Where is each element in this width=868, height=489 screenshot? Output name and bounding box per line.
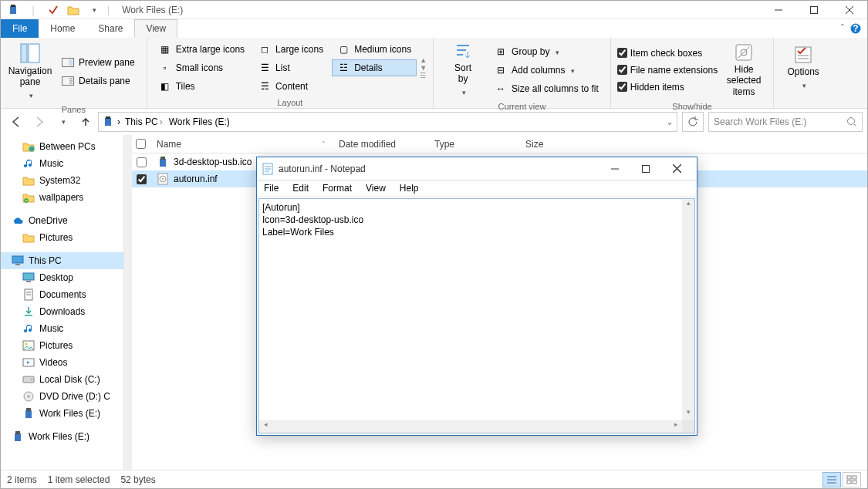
- header-date[interactable]: Date modified: [333, 139, 428, 150]
- notepad-minimize-button[interactable]: [599, 158, 630, 180]
- crumb-this-pc[interactable]: This PC›: [123, 116, 164, 127]
- maximize-button[interactable]: [796, 1, 832, 19]
- tree-item[interactable]: Documents: [1, 286, 123, 303]
- tree-item[interactable]: Music: [1, 155, 123, 172]
- header-type[interactable]: Type: [428, 139, 519, 150]
- group-by-button[interactable]: ⊞Group by: [489, 43, 604, 60]
- header-name[interactable]: Name˄: [150, 139, 333, 150]
- new-folder-icon[interactable]: [64, 2, 83, 19]
- row-checkbox[interactable]: [137, 157, 147, 167]
- back-button[interactable]: [5, 111, 27, 133]
- layout-extra-large[interactable]: ▦Extra large icons: [154, 41, 250, 58]
- onedrive-icon: [12, 214, 24, 227]
- tree-item[interactable]: Pictures: [1, 229, 123, 246]
- forward-button[interactable]: [29, 111, 50, 133]
- tree-item[interactable]: Local Disk (C:): [1, 371, 123, 388]
- svg-rect-42: [15, 433, 21, 441]
- notepad-text-area[interactable]: [Autorun] Icon=3d-desktop-usb.ico Label=…: [258, 198, 695, 433]
- item-check-boxes-toggle[interactable]: Item check boxes: [617, 46, 718, 61]
- recent-locations-button[interactable]: [52, 111, 73, 133]
- details-pane-button[interactable]: Details pane: [56, 73, 140, 89]
- layout-medium[interactable]: ▢Medium icons: [332, 41, 417, 58]
- folder-icon: [22, 174, 35, 187]
- tree-item[interactable]: Between PCs: [1, 138, 123, 155]
- crumb-work-files[interactable]: Work Files (E:): [167, 116, 231, 127]
- notepad-title-bar[interactable]: autorun.inf - Notepad: [257, 157, 697, 180]
- size-columns-button[interactable]: ↔Size all columns to fit: [489, 80, 604, 97]
- crumb-sep[interactable]: ›: [117, 116, 120, 127]
- usb-icon: [22, 407, 35, 420]
- options-button[interactable]: Options: [780, 43, 826, 92]
- tab-file[interactable]: File: [1, 19, 39, 38]
- tab-share[interactable]: Share: [86, 19, 134, 38]
- tree-item[interactable]: DVD Drive (D:) C: [1, 388, 123, 405]
- notepad-menu-help[interactable]: Help: [393, 183, 426, 194]
- collapse-ribbon-icon[interactable]: ˆ: [841, 23, 844, 34]
- address-dropdown-icon[interactable]: ⌄: [666, 116, 674, 127]
- hidden-items-toggle[interactable]: Hidden items: [617, 79, 718, 95]
- notepad-maximize-button[interactable]: [630, 158, 661, 180]
- preview-pane-button[interactable]: Preview pane: [56, 54, 140, 71]
- search-placeholder: Search Work Files (E:): [714, 116, 846, 127]
- notepad-close-button[interactable]: [661, 158, 692, 180]
- minimize-button[interactable]: [761, 1, 796, 19]
- navigation-pane-button[interactable]: Navigation pane: [7, 41, 53, 102]
- tree-item[interactable]: System32: [1, 172, 123, 189]
- view-details-button[interactable]: [822, 472, 841, 487]
- tree-scrollbar[interactable]: [124, 135, 132, 470]
- layout-list[interactable]: ☰List: [253, 59, 329, 76]
- qat-customize-icon[interactable]: [84, 2, 103, 19]
- refresh-button[interactable]: [682, 112, 704, 132]
- folder-icon: [22, 231, 35, 244]
- layout-scroll-up[interactable]: ▲: [420, 56, 427, 64]
- layout-scroll-down[interactable]: ▼: [420, 64, 427, 72]
- tab-home[interactable]: Home: [39, 19, 86, 38]
- row-checkbox[interactable]: [137, 174, 147, 184]
- layout-small[interactable]: ▫Small icons: [154, 59, 250, 76]
- tree-item[interactable]: Work Files (E:): [1, 428, 123, 445]
- address-bar[interactable]: › This PC› Work Files (E:) ⌄: [98, 112, 677, 132]
- usb-icon[interactable]: [4, 2, 22, 19]
- tree-item[interactable]: Videos: [1, 354, 123, 371]
- tree-item[interactable]: Work Files (E:): [1, 405, 123, 422]
- tree-item[interactable]: Pictures: [1, 337, 123, 354]
- sort-by-button[interactable]: Sort by: [440, 41, 486, 99]
- add-columns-button[interactable]: ⊟Add columns: [489, 62, 604, 79]
- close-button[interactable]: [832, 1, 867, 19]
- tree-item[interactable]: Music: [1, 320, 123, 337]
- file-extensions-toggle[interactable]: File name extensions: [617, 62, 718, 78]
- hide-selected-button[interactable]: Hide selected items: [721, 41, 767, 99]
- tree-item[interactable]: OneDrive: [1, 212, 123, 229]
- header-size[interactable]: Size: [519, 139, 581, 150]
- notepad-menu-format[interactable]: Format: [316, 183, 359, 194]
- up-button[interactable]: [75, 111, 96, 133]
- tree-item-label: Videos: [39, 357, 67, 368]
- layout-content[interactable]: ☴Content: [253, 78, 329, 95]
- layout-details[interactable]: ☳Details: [332, 59, 417, 76]
- layout-large[interactable]: ◻Large icons: [253, 41, 329, 58]
- help-icon[interactable]: ?: [850, 23, 861, 34]
- notepad-hscrollbar[interactable]: ◂▸: [259, 420, 694, 433]
- layout-tiles[interactable]: ◧Tiles: [154, 78, 250, 95]
- header-checkbox[interactable]: [132, 139, 150, 149]
- window-controls: [761, 1, 867, 19]
- properties-icon[interactable]: [44, 2, 62, 19]
- notepad-menu-file[interactable]: File: [257, 183, 285, 194]
- navigation-tree[interactable]: Between PCsMusicSystem32wallpapersOneDri…: [1, 135, 124, 470]
- notepad-menu-edit[interactable]: Edit: [285, 183, 316, 194]
- tree-item[interactable]: This PC: [1, 252, 123, 269]
- notepad-vscrollbar[interactable]: ▴▾: [682, 199, 694, 420]
- tab-view[interactable]: View: [134, 19, 177, 38]
- layout-more[interactable]: ☰: [420, 72, 427, 79]
- tree-item-label: wallpapers: [39, 192, 83, 203]
- view-large-icons-button[interactable]: [843, 472, 861, 487]
- desktop-icon: [22, 271, 35, 284]
- tree-item[interactable]: Desktop: [1, 269, 123, 286]
- tree-item[interactable]: wallpapers: [1, 189, 123, 206]
- search-box[interactable]: Search Work Files (E:): [708, 112, 863, 132]
- tree-item[interactable]: Downloads: [1, 303, 123, 320]
- md-icons-icon: ▢: [337, 43, 350, 56]
- options-icon: [793, 45, 813, 65]
- resize-grip-icon[interactable]: [682, 420, 694, 433]
- notepad-menu-view[interactable]: View: [359, 183, 393, 194]
